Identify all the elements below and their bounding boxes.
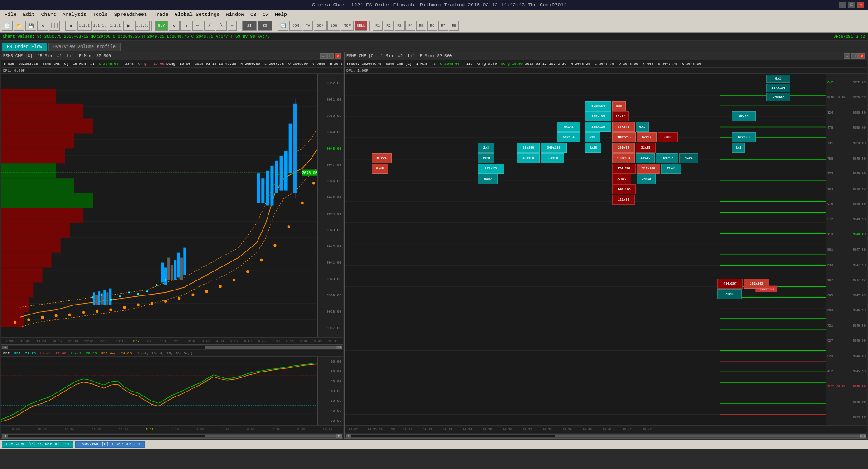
left-chart-close[interactable]: ✕ (335, 53, 341, 59)
menu-file[interactable]: File (2, 11, 19, 18)
right-chart-minimize[interactable]: — (844, 53, 850, 59)
menu-cb[interactable]: CB (248, 11, 259, 18)
toolbar-tv[interactable]: TV (303, 21, 313, 31)
menu-trade[interactable]: Trade (151, 11, 171, 18)
svg-rect-16 (1, 104, 83, 119)
svg-rect-44 (167, 258, 170, 280)
of-cell-107x134: 107x134 (766, 84, 790, 92)
right-scroll-left[interactable]: ◀ (346, 434, 351, 438)
toolbar-draw2[interactable]: \ (216, 21, 227, 31)
of-cell-87x24: 87x24 (372, 153, 392, 163)
menu-tools[interactable]: Tools (90, 11, 111, 18)
tab-overview-volume-profile[interactable]: Overview-Volume-Profile (48, 43, 121, 51)
right-chart-maximize[interactable]: □ (851, 53, 858, 59)
toolbar-connect[interactable]: CON (289, 21, 302, 31)
rsi-scrollbar-track[interactable] (8, 434, 336, 438)
toolbar-new[interactable]: 📄 (2, 21, 13, 31)
close-button[interactable]: ✕ (857, 2, 864, 8)
toolbar-period4[interactable]: 1.1.1. (135, 21, 150, 31)
toolbar-r4[interactable]: R4 (405, 21, 415, 31)
right-price-labels: 0x2 2052.00 5645 -46.2% 2050.75 324 2050… (826, 74, 867, 425)
toolbar-r8[interactable]: R8 (449, 21, 459, 31)
menu-global-settings[interactable]: Global Settings (172, 11, 222, 18)
left-scrollbar-track[interactable] (8, 346, 336, 349)
right-chart-scrollbar[interactable]: ◀ 57L (345, 433, 867, 438)
toolbar-r5[interactable]: R5 (416, 21, 426, 31)
of-cell-102x163: 102x163 (744, 279, 769, 289)
svg-rect-55 (106, 292, 108, 305)
toolbar-prev[interactable]: ◀ (65, 21, 76, 31)
toolbar-r1[interactable]: R1 (373, 21, 383, 31)
menu-cw[interactable]: CW (260, 11, 271, 18)
maximize-button[interactable]: □ (848, 2, 855, 8)
toolbar-period2[interactable]: 1.1.1. (93, 21, 107, 31)
toolbar-buy[interactable]: BUY (155, 21, 168, 31)
toolbar-close[interactable]: ✕ (37, 21, 48, 31)
left-scrollbar-thumb[interactable] (205, 346, 336, 349)
left-chart-scrollbar[interactable]: ◀ 12 (1, 344, 343, 350)
df-st-text: DF:97091 ST:2 (834, 34, 865, 39)
toolbar-period1[interactable]: 1.1.1 (77, 21, 92, 31)
toolbar-cursor[interactable]: ↖ (169, 21, 180, 31)
menu-analysis[interactable]: Analysis (60, 11, 89, 18)
menu-spreadsheet[interactable]: Spreadsheet (112, 11, 150, 18)
right-chart-controls: — □ ✕ (844, 53, 865, 59)
svg-point-80 (312, 182, 315, 185)
svg-point-83 (110, 299, 112, 301)
toolbar-measure[interactable]: ⊢ (228, 21, 237, 31)
toolbar-reload[interactable]: 🔄 (278, 21, 288, 31)
svg-point-87 (146, 290, 148, 292)
svg-rect-35 (261, 178, 264, 203)
toolbar-save[interactable]: 💾 (25, 21, 36, 31)
toolbar-top[interactable]: TOP (341, 21, 354, 31)
svg-point-69 (164, 300, 167, 303)
left-dpl-text: DPL: 0.00P (3, 68, 25, 73)
svg-point-85 (128, 291, 130, 293)
svg-point-82 (101, 294, 102, 296)
menu-window[interactable]: Window (223, 11, 247, 18)
rsi-scrollbar-thumb[interactable] (205, 435, 336, 437)
scroll-left-arrow[interactable]: ◀ (2, 346, 8, 349)
menu-bar: File Edit Chart Analysis Tools Spreadshe… (0, 10, 868, 19)
toolbar-r3[interactable]: R3 (395, 21, 405, 31)
toolbar-r2[interactable]: R2 (384, 21, 394, 31)
toolbar-sell[interactable]: SELL (355, 21, 367, 31)
right-scrollbar-thumb[interactable] (555, 435, 860, 437)
left-chart-minimize[interactable]: — (320, 53, 327, 59)
toolbar-period3[interactable]: 1.1.1 (108, 21, 122, 31)
scroll-right-arrow[interactable]: 12 (336, 346, 342, 349)
toolbar-separator-5 (369, 21, 371, 31)
status-tab-right[interactable]: ESM5-CME [C] 1 Min #2 L:1 (75, 441, 145, 448)
left-time-scale: 8:00 18:45 19:30 20:15 21:00 21:45 22:30… (1, 337, 343, 344)
toolbar-open[interactable]: 📂 (14, 21, 24, 31)
rsi-scrollbar[interactable]: ◀ ▶ (1, 433, 343, 438)
tab-es-order-flow[interactable]: ES-Order-Flow (2, 43, 47, 51)
of-cell-20x12: 20x12 (612, 111, 629, 121)
right-chart-close[interactable]: ✕ (858, 53, 865, 59)
right-scrollbar-track[interactable] (351, 434, 860, 438)
toolbar-separator-4 (274, 21, 276, 31)
toolbar-move[interactable]: ↔ (192, 21, 203, 31)
toolbar-next[interactable]: ▶ (123, 21, 134, 31)
status-tab-left[interactable]: ESM5-CME [C] 15 Min #1 L:1 (2, 441, 73, 448)
rsi-scroll-left[interactable]: ◀ (2, 434, 8, 438)
toolbar-bar-chart[interactable]: ||| (49, 21, 60, 31)
svg-rect-49 (183, 248, 186, 275)
right-scroll-right[interactable]: 57L (860, 434, 866, 438)
svg-point-67 (137, 303, 140, 306)
menu-chart[interactable]: Chart (39, 11, 59, 18)
toolbar-log[interactable]: LOG (327, 21, 340, 31)
toolbar-draw-line[interactable]: / (204, 21, 215, 31)
toolbar-dom[interactable]: DOM (314, 21, 327, 31)
toolbar-r6[interactable]: R6 (427, 21, 437, 31)
minimize-button[interactable]: — (839, 2, 846, 8)
toolbar-zoom-out[interactable]: ZO (258, 21, 272, 31)
toolbar-r7[interactable]: R7 (438, 21, 448, 31)
toolbar-zoom-in[interactable]: ZI (242, 21, 257, 31)
menu-help[interactable]: Help (272, 11, 289, 18)
svg-rect-20 (1, 163, 56, 178)
rsi-scroll-right[interactable]: ▶ (336, 434, 342, 438)
menu-edit[interactable]: Edit (20, 11, 37, 18)
left-chart-maximize[interactable]: □ (327, 53, 334, 59)
toolbar-refresh[interactable]: ↺ (180, 21, 191, 31)
